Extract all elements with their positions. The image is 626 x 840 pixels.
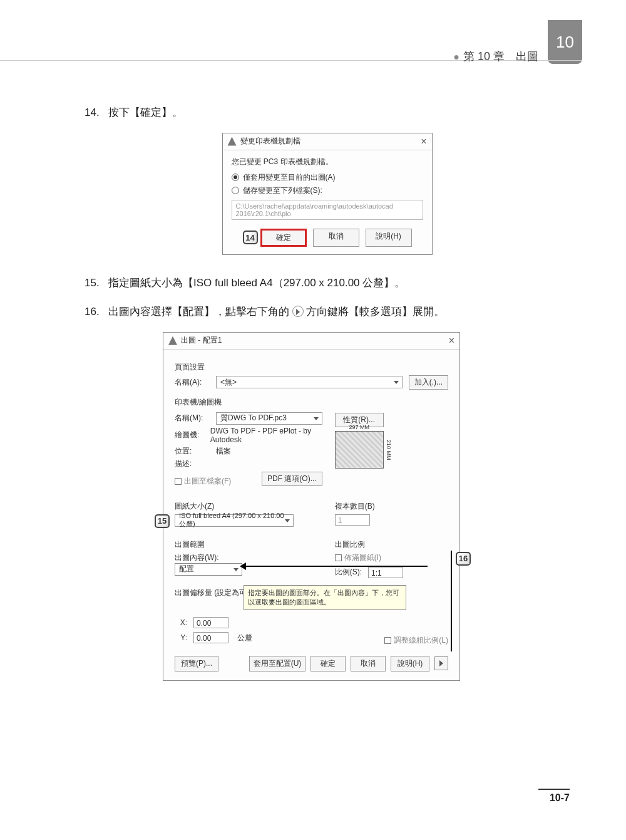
paper-width-label: 297 MM bbox=[336, 424, 383, 430]
step-14: 14.按下【確定】。 bbox=[85, 103, 570, 123]
label-x: X: bbox=[175, 618, 187, 627]
label-paper-size: 圖紙大小(Z) bbox=[175, 501, 322, 512]
dialog2-titlebar: 出圖 - 配置1 × bbox=[163, 333, 459, 350]
label-plot-area: 出圖範圍 bbox=[175, 539, 322, 550]
dialog2-title: 出圖 - 配置1 bbox=[181, 335, 222, 346]
cancel-button[interactable]: 取消 bbox=[351, 656, 386, 671]
arrowhead-icon bbox=[240, 563, 246, 570]
plot-what-combo[interactable]: 配置 bbox=[175, 563, 242, 576]
section-page-setup: 頁面設置 bbox=[175, 362, 448, 373]
checkbox-icon bbox=[384, 637, 391, 644]
page-content: 14.按下【確定】。 變更印表機規劃檔 × 您已變更 PC3 印表機規劃檔。 僅… bbox=[85, 103, 570, 681]
chapter-title: ●第 10 章 出圖 bbox=[453, 49, 538, 64]
tooltip-plot-what: 指定要出圖的圖面部分。在「出圖內容」下，您可以選取要出圖的圖面區域。 bbox=[244, 585, 406, 610]
section-printer: 印表機/繪圖機 bbox=[175, 397, 448, 408]
save-path-input[interactable]: C:\Users\rachel\appdata\roaming\autodesk… bbox=[232, 200, 423, 220]
step-16: 16.出圖內容選擇【配置】，點擊右下角的 方向鍵將【較多選項】展開。 bbox=[85, 303, 570, 322]
page-setup-combo[interactable]: <無> bbox=[216, 376, 403, 388]
plotter-value: DWG To PDF - PDF ePlot - by Autodesk bbox=[210, 427, 322, 444]
callout-15: 15 bbox=[155, 514, 170, 528]
unit-mm: 公釐 bbox=[237, 633, 252, 643]
cancel-button[interactable]: 取消 bbox=[313, 229, 359, 247]
radio-save-to-file[interactable]: 儲存變更至下列檔案(S): bbox=[232, 185, 423, 196]
dialog1-titlebar: 變更印表機規劃檔 × bbox=[223, 133, 432, 150]
where-value: 檔案 bbox=[216, 446, 231, 457]
label-copies: 複本數目(B) bbox=[335, 501, 448, 512]
callout-14: 14 bbox=[243, 231, 258, 244]
dialog1-title: 變更印表機規劃檔 bbox=[240, 136, 300, 147]
close-icon[interactable]: × bbox=[449, 335, 454, 346]
help-button[interactable]: 說明(H) bbox=[366, 229, 412, 247]
label-printer-name: 名稱(M): bbox=[175, 413, 210, 423]
label-y: Y: bbox=[175, 633, 187, 642]
label-plot-what: 出圖內容(W): bbox=[175, 552, 322, 563]
page-number: 10-7 bbox=[538, 789, 570, 804]
expand-arrow-icon bbox=[292, 306, 304, 317]
scale-input[interactable]: 1:1 bbox=[368, 567, 403, 578]
dialog1-message: 您已變更 PC3 印表機規劃檔。 bbox=[232, 157, 423, 167]
fit-to-paper-checkbox[interactable]: 佈滿圖紙(I) bbox=[344, 552, 381, 563]
printer-name-combo[interactable]: 質DWG To PDF.pc3 bbox=[216, 412, 322, 425]
add-page-setup-button[interactable]: 加入(.)... bbox=[409, 375, 448, 390]
more-options-expand-button[interactable] bbox=[434, 656, 448, 670]
apply-to-layout-button[interactable]: 套用至配置(U) bbox=[249, 656, 305, 671]
plot-to-file-checkbox[interactable]: 出圖至檔案(F) bbox=[184, 476, 231, 487]
radio-icon bbox=[232, 174, 239, 181]
offset-x-input[interactable]: 0.00 bbox=[193, 617, 228, 628]
label-plot-scale: 出圖比例 bbox=[335, 539, 448, 550]
step-15: 15.指定圖紙大小為【ISO full bleed A4（297.00 x 21… bbox=[85, 274, 570, 293]
radio-icon bbox=[232, 187, 239, 194]
pdf-options-button[interactable]: PDF 選項(O)... bbox=[262, 472, 322, 486]
radio-apply-current[interactable]: 僅套用變更至目前的出圖(A) bbox=[232, 172, 423, 183]
help-button[interactable]: 說明(H) bbox=[391, 656, 429, 671]
label-description: 描述: bbox=[175, 459, 210, 469]
ok-button[interactable]: 確定 bbox=[310, 656, 346, 671]
paper-preview: 297 MM 210 MM bbox=[335, 431, 384, 469]
autocad-icon bbox=[228, 137, 237, 146]
callout-16: 16 bbox=[456, 552, 471, 566]
label-scale: 比例(S): bbox=[335, 567, 362, 578]
copies-input[interactable]: 1 bbox=[335, 514, 370, 526]
offset-y-input[interactable]: 0.00 bbox=[193, 632, 228, 643]
chapter-tab: 10 bbox=[548, 20, 582, 64]
paper-size-combo[interactable]: ISO full bleed A4 (297.00 x 210.00 公釐) bbox=[175, 514, 294, 527]
close-icon[interactable]: × bbox=[421, 136, 426, 147]
ok-button[interactable]: 確定 bbox=[260, 229, 307, 247]
scale-lineweights-checkbox[interactable]: 調整線粗比例(L) bbox=[394, 635, 448, 646]
dialog-plot: 出圖 - 配置1 × 頁面設置 名稱(A): <無> 加入(.)... 印表機/… bbox=[163, 332, 460, 681]
checkbox-icon bbox=[335, 554, 342, 561]
dialog-change-plotter-config: 變更印表機規劃檔 × 您已變更 PC3 印表機規劃檔。 僅套用變更至目前的出圖(… bbox=[222, 133, 433, 255]
label-plotter: 繪圖機: bbox=[175, 430, 204, 440]
label-name: 名稱(A): bbox=[175, 377, 210, 388]
callout-arrow-vertical bbox=[451, 551, 452, 651]
label-where: 位置: bbox=[175, 446, 210, 457]
label-plot-offset: 出圖偏移量 (設定為可 bbox=[175, 588, 247, 598]
autocad-icon bbox=[168, 336, 177, 345]
checkbox-icon bbox=[175, 478, 182, 485]
preview-button[interactable]: 預覽(P)... bbox=[175, 656, 218, 671]
paper-height-label: 210 MM bbox=[386, 432, 392, 468]
